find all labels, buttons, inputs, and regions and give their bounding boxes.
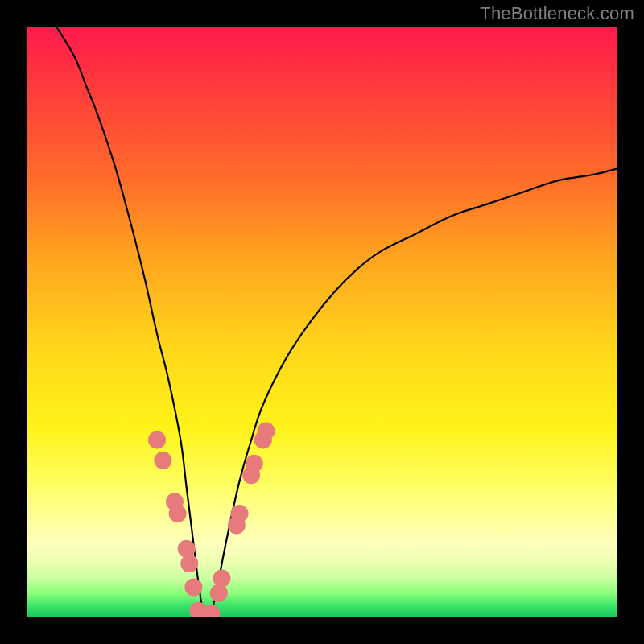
- curve-svg: [27, 27, 617, 617]
- data-marker: [154, 452, 171, 469]
- data-marker: [210, 584, 228, 602]
- markers-group: [148, 422, 275, 617]
- data-marker: [213, 569, 231, 587]
- data-marker: [180, 555, 198, 572]
- bottleneck-curve-path: [57, 27, 617, 617]
- data-marker: [231, 505, 249, 522]
- data-marker: [148, 431, 166, 448]
- data-marker: [257, 422, 275, 440]
- watermark-label: TheBottleneck.com: [480, 3, 634, 24]
- plot-area: [27, 27, 617, 617]
- data-marker: [246, 455, 263, 473]
- chart-container: TheBottleneck.com: [0, 0, 644, 644]
- data-marker: [178, 540, 196, 558]
- data-marker: [184, 578, 202, 596]
- data-marker: [169, 505, 187, 522]
